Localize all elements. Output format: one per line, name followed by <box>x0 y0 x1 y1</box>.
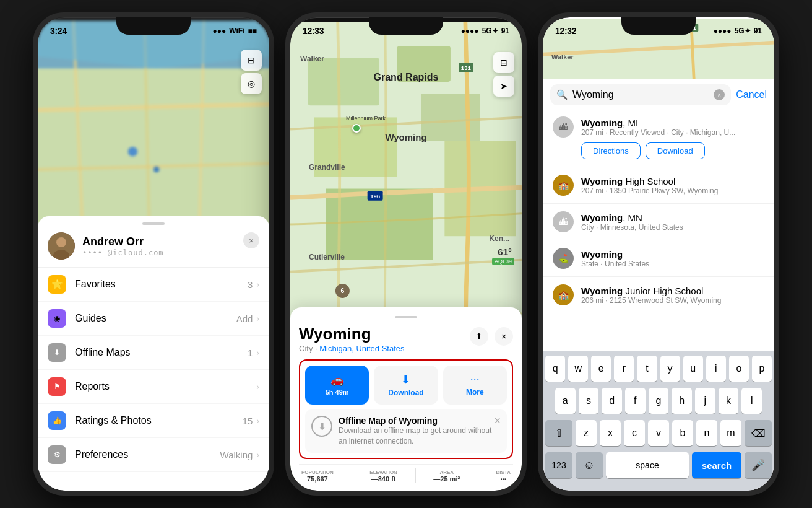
layers-btn-2[interactable]: ⊟ <box>493 52 514 73</box>
key-y[interactable]: y <box>660 356 680 382</box>
key-m[interactable]: m <box>720 420 741 446</box>
guides-label: Guides <box>75 313 236 324</box>
grandville-label: Grandville <box>309 163 345 172</box>
menu-item-offline-maps[interactable]: ⬇ Offline Maps 1 › <box>38 336 269 370</box>
download-btn-r1[interactable]: Download <box>646 142 705 159</box>
keyboard-row-4: 123 ☺ space search 🎤 <box>545 452 772 478</box>
key-s[interactable]: s <box>579 388 599 414</box>
wyoming-state-icon: ⛳ <box>553 248 574 269</box>
user-info: Andrew Orr •••• @icloud.com <box>82 235 164 257</box>
key-mic[interactable]: 🎤 <box>745 452 772 478</box>
key-d[interactable]: d <box>602 388 622 414</box>
menu-item-guides[interactable]: ◉ Guides Add › <box>38 302 269 336</box>
result-wyoming-state[interactable]: ⛳ Wyoming State · United States <box>543 240 774 277</box>
key-i[interactable]: i <box>706 356 726 382</box>
offline-close-btn[interactable]: × <box>494 414 501 427</box>
millennium-park-label: Millennium Park <box>346 115 386 121</box>
layers-button[interactable]: ⊟ <box>241 50 262 71</box>
bottom-sheet-1: Andrew Orr •••• @icloud.com × ⭐ Favorite… <box>38 216 269 491</box>
key-g[interactable]: g <box>649 388 669 414</box>
wyoming-mn-sub: City · Minnesota, United States <box>581 223 683 232</box>
key-z[interactable]: z <box>576 420 597 446</box>
download-button[interactable]: ⬇ Download <box>374 366 438 405</box>
pop-value: 75,667 <box>301 475 334 483</box>
wyoming-map-label: Wyoming <box>385 132 426 142</box>
search-query: Wyoming <box>572 89 709 100</box>
key-w[interactable]: w <box>568 356 588 382</box>
svg-text:131: 131 <box>461 64 472 71</box>
share-button[interactable]: ⬆ <box>470 327 488 346</box>
key-t[interactable]: t <box>637 356 657 382</box>
city-link[interactable]: Michigan, United States <box>319 344 404 353</box>
reports-chevron: › <box>256 382 259 392</box>
offline-text: Offline Map of Wyoming Download an offli… <box>339 416 501 447</box>
high-school-sub: 207 mi · 1350 Prairie Pkwy SW, Wyoming <box>581 186 718 195</box>
key-123[interactable]: 123 <box>545 452 572 478</box>
menu-item-ratings[interactable]: 👍 Ratings & Photos 15 › <box>38 404 269 438</box>
more-button[interactable]: ··· More <box>443 366 507 405</box>
result-wyoming-mi[interactable]: 🏙 Wyoming, MI 207 mi · Recently Viewed ·… <box>543 109 774 167</box>
cancel-button[interactable]: Cancel <box>736 89 767 100</box>
user-card: Andrew Orr •••• @icloud.com × <box>38 232 269 268</box>
stat-area: AREA —25 mi² <box>433 470 460 483</box>
close-button-1[interactable]: × <box>243 232 259 248</box>
menu-item-favorites[interactable]: ⭐ Favorites 3 › <box>38 268 269 302</box>
wyoming-mi-sub: 207 mi · Recently Viewed · City · Michig… <box>581 128 764 137</box>
signal-icon-1: ●●● <box>213 27 227 35</box>
phone-3: 131 Walker 12:32 ●●●● 5G✦ 91 🔍 Wyoming ×… <box>538 12 779 496</box>
favorites-icon: ⭐ <box>48 275 66 294</box>
key-emoji[interactable]: ☺ <box>576 452 603 478</box>
key-search[interactable]: search <box>692 452 741 478</box>
directions-btn[interactable]: Directions <box>581 142 641 159</box>
svg-rect-17 <box>421 94 480 141</box>
key-k[interactable]: k <box>719 388 739 414</box>
key-c[interactable]: c <box>624 420 645 446</box>
drive-button[interactable]: 🚗 5h 49m <box>305 366 369 405</box>
key-p[interactable]: p <box>752 356 772 382</box>
result-wyoming-jrhs[interactable]: 🏫 Wyoming Junior High School 206 mi · 21… <box>543 277 774 305</box>
kent-label: Ken... <box>489 234 509 243</box>
key-q[interactable]: q <box>545 356 565 382</box>
divider-2 <box>415 468 416 483</box>
result-wyoming-highschool[interactable]: 🏫 Wyoming High School 207 mi · 1350 Prai… <box>543 167 774 204</box>
area-label: AREA <box>433 470 460 475</box>
menu-item-reports[interactable]: ⚑ Reports › <box>38 370 269 404</box>
result-wyoming-mn[interactable]: 🏙 Wyoming, MN City · Minnesota, United S… <box>543 204 774 240</box>
close-card-btn[interactable]: × <box>495 327 513 346</box>
key-r[interactable]: r <box>614 356 634 382</box>
key-e[interactable]: e <box>591 356 611 382</box>
key-a[interactable]: a <box>555 388 576 414</box>
walker-label-3: Walker <box>551 53 574 61</box>
key-space[interactable]: space <box>606 452 689 478</box>
location-button[interactable]: ◎ <box>241 73 262 94</box>
compass-btn-2[interactable]: ➤ <box>493 76 514 97</box>
keyboard: q w e r t y u i o p a s d f g h j k <box>543 351 774 491</box>
offline-download-icon: ⬇ <box>311 416 332 437</box>
card-header: Wyoming City · Michigan, United States ⬆… <box>299 325 513 353</box>
signal-bars-3: ●●●● <box>714 27 732 35</box>
svg-point-11 <box>56 237 66 247</box>
preferences-chevron: › <box>256 450 259 460</box>
search-field[interactable]: 🔍 Wyoming × <box>550 84 731 105</box>
high-school-name: Wyoming High School <box>581 176 718 186</box>
offline-maps-chevron: › <box>256 348 259 357</box>
status-icons-3: ●●●● 5G✦ 91 <box>714 27 762 35</box>
key-h[interactable]: h <box>672 388 692 414</box>
key-x[interactable]: x <box>600 420 621 446</box>
phone-2: 6 131 196 Grand Rapids Wyoming Grandvill… <box>285 12 527 496</box>
key-u[interactable]: u <box>683 356 703 382</box>
key-delete[interactable]: ⌫ <box>745 420 772 446</box>
search-clear-btn[interactable]: × <box>714 89 725 100</box>
key-l[interactable]: l <box>741 388 762 414</box>
key-o[interactable]: o <box>729 356 749 382</box>
menu-item-preferences[interactable]: ⚙ Preferences Walking › <box>38 438 269 472</box>
notch-3 <box>621 17 696 35</box>
avatar <box>48 232 75 260</box>
key-b[interactable]: b <box>672 420 693 446</box>
key-shift[interactable]: ⇧ <box>545 420 572 446</box>
key-v[interactable]: v <box>648 420 669 446</box>
key-j[interactable]: j <box>695 388 715 414</box>
favorites-label: Favorites <box>75 279 248 290</box>
key-f[interactable]: f <box>625 388 646 414</box>
key-n[interactable]: n <box>696 420 717 446</box>
